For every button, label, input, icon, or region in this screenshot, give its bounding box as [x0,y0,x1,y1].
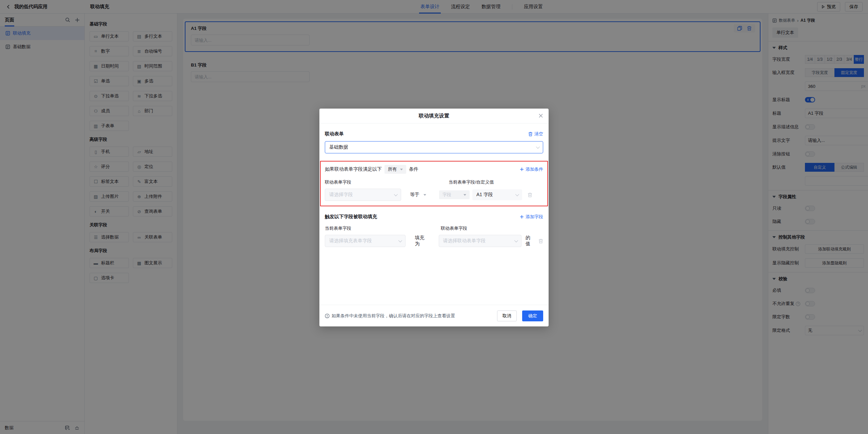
chevron-down-icon [514,239,518,242]
plus-icon [520,215,524,219]
fill-target-select[interactable]: 请选择联动表单字段 [439,235,522,247]
delete-condition-icon[interactable] [528,192,532,197]
confirm-button[interactable]: 确定 [522,310,543,321]
operator-select[interactable]: 等于 [410,192,426,198]
dialog-footer: 如果条件中未使用当前字段，确认后请在对应的字段上查看设置 取消 确定 [319,305,549,326]
close-icon[interactable] [538,113,543,118]
plus-icon [520,167,524,171]
linked-form-select[interactable]: 基础数据 [325,141,543,153]
value-type-select[interactable]: 字段 [439,190,470,199]
dialog-header: 联动填充设置 [319,109,549,124]
fill-middle-label: 填充为 [415,235,429,247]
fill-section-title: 触发以下字段被联动填充 [325,214,377,220]
chevron-down-icon [515,192,519,196]
app-root: 我的低代码应用 联动填充 表单设计 流程设定 数据管理 应用设置 预览 保存 页… [0,0,868,434]
chevron-down-icon [536,145,540,149]
condition-annotation-box: 如果联动表单字段满足以下 所有 条件 添加条件 联动表单字段 当前表单字段/自定… [320,161,548,206]
condition-suffix: 条件 [409,166,418,172]
add-condition-link[interactable]: 添加条件 [520,166,543,172]
cancel-button[interactable]: 取消 [497,310,517,321]
condition-col2-label: 当前表单字段/自定义值 [449,179,494,185]
footer-note-text: 如果条件中未使用当前字段，确认后请在对应的字段上查看设置 [332,313,455,319]
info-icon [325,314,330,318]
delete-fill-row-icon[interactable] [538,239,543,244]
chevron-down-icon [463,194,466,196]
match-mode-select[interactable]: 所有 [384,165,406,174]
trash-icon [528,132,533,136]
condition-field-select[interactable]: 请选择字段 [325,189,401,201]
condition-prefix: 如果联动表单字段满足以下 [325,166,382,172]
chevron-down-icon [394,192,398,196]
dialog-title: 联动填充设置 [419,113,449,119]
fill-col1-label: 当前表单字段 [325,225,441,231]
condition-col1-label: 联动表单字段 [325,179,449,185]
linked-form-label: 联动表单 [325,131,344,137]
fill-source-select[interactable]: 请选择填充表单字段 [325,235,406,247]
add-field-link[interactable]: 添加字段 [520,214,543,220]
fill-suffix-label: 的值 [526,235,535,247]
chevron-down-icon [398,239,402,242]
clear-link[interactable]: 清空 [528,131,543,137]
value-field-select[interactable]: A1 字段 [472,189,522,200]
dialog-body: 联动表单 清空 基础数据 如果联动表单字段满足以下 所有 条件 [319,124,549,305]
chevron-down-icon [400,169,403,170]
fill-col2-label: 联动表单字段 [441,225,467,231]
chevron-down-icon [423,194,426,196]
linked-fill-dialog: 联动填充设置 联动表单 清空 基础数据 如果联动表单字段满足以下 [319,109,549,326]
